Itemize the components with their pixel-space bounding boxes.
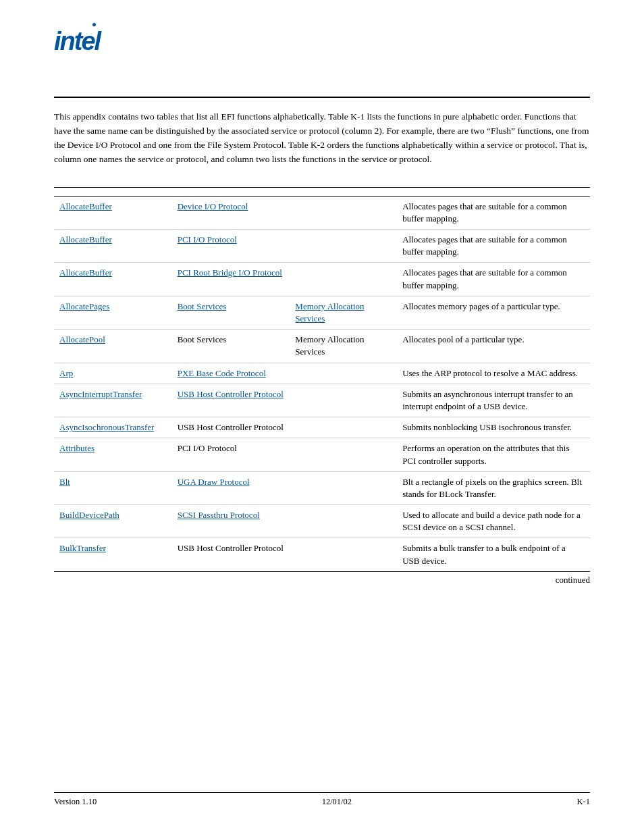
table-row: AllocatePoolBoot ServicesMemory Allocati… (54, 330, 590, 363)
subcategory-cell (290, 538, 397, 571)
subcategory-cell (290, 384, 397, 417)
description-cell: Submits an asynchronous interrupt transf… (397, 384, 590, 417)
service-protocol-cell[interactable]: PCI I/O Protocol (172, 230, 290, 263)
subcategory-cell (290, 230, 397, 263)
subcategory-cell (290, 438, 397, 471)
function-link[interactable]: AllocatePool (59, 334, 105, 344)
function-name-cell[interactable]: Attributes (54, 438, 172, 471)
function-link[interactable]: AsyncIsochronousTransfer (59, 422, 154, 432)
description-cell: Used to allocate and build a device path… (397, 505, 590, 538)
footer-date: 12/01/02 (322, 797, 352, 807)
continued-label: continued (54, 575, 590, 585)
service-protocol-cell: USB Host Controller Protocol (172, 417, 290, 438)
table-row: AsyncIsochronousTransferUSB Host Control… (54, 417, 590, 438)
function-link[interactable]: BulkTransfer (59, 543, 106, 553)
col1-header (54, 187, 172, 196)
footer-page: K-1 (577, 797, 590, 807)
table-row: AttributesPCI I/O ProtocolPerforms an op… (54, 438, 590, 471)
subcategory-cell (290, 471, 397, 504)
subcategory-cell[interactable]: Memory Allocation Services (290, 296, 397, 329)
subcategory-link[interactable]: Memory Allocation Services (295, 301, 364, 323)
col3-header (290, 187, 397, 196)
table-row: AllocateBufferPCI Root Bridge I/O Protoc… (54, 263, 590, 296)
subcategory-cell (290, 505, 397, 538)
service-protocol-cell[interactable]: Device I/O Protocol (172, 196, 290, 229)
description-cell: Allocates pages that are suitable for a … (397, 263, 590, 296)
function-link[interactable]: AsyncInterruptTransfer (59, 389, 142, 399)
top-rule (54, 97, 590, 98)
function-link[interactable]: BuildDevicePath (59, 510, 119, 520)
function-link[interactable]: AllocatePages (59, 301, 109, 311)
intel-logo: intel (54, 27, 590, 56)
description-cell: Allocates pages that are suitable for a … (397, 230, 590, 263)
subcategory-cell: Memory Allocation Services (290, 330, 397, 363)
service-protocol-cell: USB Host Controller Protocol (172, 538, 290, 571)
description-cell: Allocates memory pages of a particular t… (397, 296, 590, 329)
table-row: AsyncInterruptTransferUSB Host Controlle… (54, 384, 590, 417)
function-name-cell[interactable]: AsyncIsochronousTransfer (54, 417, 172, 438)
service-link[interactable]: SCSI Passthru Protocol (178, 510, 260, 520)
page: intel This appendix contains two tables … (0, 0, 644, 834)
functions-table: AllocateBufferDevice I/O ProtocolAllocat… (54, 187, 590, 572)
table-row: BulkTransferUSB Host Controller Protocol… (54, 538, 590, 571)
function-link[interactable]: Attributes (59, 443, 95, 453)
description-cell: Uses the ARP protocol to resolve a MAC a… (397, 363, 590, 384)
service-link[interactable]: Boot Services (178, 301, 227, 311)
function-link[interactable]: Arp (59, 368, 73, 378)
table-row: ArpPXE Base Code ProtocolUses the ARP pr… (54, 363, 590, 384)
col4-header (397, 187, 590, 196)
logo-text: intel (54, 27, 100, 55)
function-link[interactable]: AllocateBuffer (59, 267, 112, 278)
function-name-cell[interactable]: AsyncInterruptTransfer (54, 384, 172, 417)
function-name-cell[interactable]: BulkTransfer (54, 538, 172, 571)
subcategory-cell (290, 417, 397, 438)
subcategory-cell (290, 263, 397, 296)
subcategory-cell (290, 196, 397, 229)
function-name-cell[interactable]: Arp (54, 363, 172, 384)
description-cell: Submits nonblocking USB isochronous tran… (397, 417, 590, 438)
function-link[interactable]: Blt (59, 477, 70, 487)
service-link[interactable]: UGA Draw Protocol (178, 477, 250, 487)
description-cell: Submits a bulk transfer to a bulk endpoi… (397, 538, 590, 571)
description-cell: Performs an operation on the attributes … (397, 438, 590, 471)
page-footer: Version 1.10 12/01/02 K-1 (54, 792, 590, 807)
table-row: AllocatePagesBoot ServicesMemory Allocat… (54, 296, 590, 329)
table-row: BltUGA Draw ProtocolBlt a rectangle of p… (54, 471, 590, 504)
service-link[interactable]: Device I/O Protocol (178, 201, 248, 211)
service-protocol-cell[interactable]: PXE Base Code Protocol (172, 363, 290, 384)
function-name-cell[interactable]: AllocateBuffer (54, 196, 172, 229)
col2-header (172, 187, 290, 196)
description-cell: Blt a rectangle of pixels on the graphic… (397, 471, 590, 504)
function-name-cell[interactable]: AllocateBuffer (54, 230, 172, 263)
table-row: BuildDevicePathSCSI Passthru ProtocolUse… (54, 505, 590, 538)
description-cell: Allocates pages that are suitable for a … (397, 196, 590, 229)
service-protocol-cell: PCI I/O Protocol (172, 438, 290, 471)
function-link[interactable]: AllocateBuffer (59, 201, 112, 211)
footer-version: Version 1.10 (54, 797, 97, 807)
service-link[interactable]: PXE Base Code Protocol (178, 368, 266, 378)
function-name-cell[interactable]: AllocatePool (54, 330, 172, 363)
service-link[interactable]: USB Host Controller Protocol (178, 389, 284, 399)
function-name-cell[interactable]: AllocateBuffer (54, 263, 172, 296)
description-cell: Allocates pool of a particular type. (397, 330, 590, 363)
function-name-cell[interactable]: Blt (54, 471, 172, 504)
service-protocol-cell[interactable]: Boot Services (172, 296, 290, 329)
service-link[interactable]: PCI I/O Protocol (178, 234, 237, 244)
service-protocol-cell[interactable]: UGA Draw Protocol (172, 471, 290, 504)
function-name-cell[interactable]: BuildDevicePath (54, 505, 172, 538)
intro-paragraph: This appendix contains two tables that l… (54, 110, 590, 167)
table-header-row (54, 187, 590, 196)
service-protocol-cell[interactable]: SCSI Passthru Protocol (172, 505, 290, 538)
service-protocol-cell[interactable]: PCI Root Bridge I/O Protocol (172, 263, 290, 296)
table-row: AllocateBufferDevice I/O ProtocolAllocat… (54, 196, 590, 229)
service-link[interactable]: PCI Root Bridge I/O Protocol (178, 267, 282, 278)
service-protocol-cell: Boot Services (172, 330, 290, 363)
function-name-cell[interactable]: AllocatePages (54, 296, 172, 329)
service-protocol-cell[interactable]: USB Host Controller Protocol (172, 384, 290, 417)
subcategory-cell (290, 363, 397, 384)
table-row: AllocateBufferPCI I/O ProtocolAllocates … (54, 230, 590, 263)
function-link[interactable]: AllocateBuffer (59, 234, 112, 244)
